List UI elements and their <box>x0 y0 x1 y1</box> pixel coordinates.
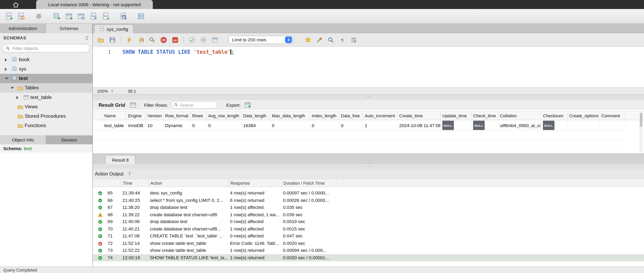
grid-cell-row_format[interactable]: Dynamic <box>164 120 190 130</box>
output-splitter[interactable]: ⋯ <box>93 164 644 169</box>
grid-cell-name[interactable]: test_table <box>103 120 126 130</box>
column-header-index_length[interactable]: Index_length <box>310 111 339 120</box>
favorites-icon[interactable] <box>303 35 312 44</box>
grid-cell-max_data_length[interactable]: 0 <box>270 120 310 130</box>
grid-cell-comment[interactable] <box>600 120 626 130</box>
autocommit-icon[interactable] <box>210 35 219 44</box>
expand-arrow-icon[interactable] <box>5 68 7 71</box>
grid-cell-create_time[interactable]: 2024-10-08 11:47:08 <box>398 120 441 130</box>
create-view-icon[interactable] <box>76 11 86 21</box>
column-header-data_length[interactable]: Data_length <box>242 111 270 120</box>
output-row-71[interactable]: 7111:47:08CREATE TABLE `test`.`test_tabl… <box>93 233 644 240</box>
tab-session[interactable]: Session <box>46 135 92 144</box>
grid-cell-avg_row_length[interactable]: 0 <box>206 120 241 130</box>
create-function-icon[interactable]: SQLfx <box>100 11 111 21</box>
tab-result-8[interactable]: Result 8 <box>105 155 136 165</box>
tree-item-book[interactable]: book <box>0 55 92 64</box>
sql-code-editor[interactable]: 1 SHOW TABLE STATUS LIKE 'test_table'; <box>93 47 644 87</box>
tab-administration[interactable]: Administration <box>0 24 46 33</box>
column-header-check_time[interactable]: Check_time <box>472 111 498 120</box>
expand-arrow-icon[interactable] <box>5 58 7 61</box>
rollback-icon[interactable] <box>199 35 208 44</box>
execute-current-statement-icon[interactable] <box>136 35 145 44</box>
tree-item-test[interactable]: test <box>0 74 92 83</box>
output-row-66[interactable]: 6621:40:25select * from sys_config LIMIT… <box>93 197 644 204</box>
create-table-icon[interactable] <box>63 11 74 21</box>
tree-item-views[interactable]: Views <box>0 102 92 111</box>
tree-item-functions[interactable]: Functions <box>0 121 92 130</box>
grid-cell-version[interactable]: 10 <box>146 120 164 130</box>
grid-cell-checksum[interactable]: NULL <box>541 120 568 130</box>
grid-cell-data_length[interactable]: 16384 <box>242 120 270 130</box>
output-row-69[interactable]: 6911:40:06drop database test0 row(s) aff… <box>93 218 644 226</box>
create-schema-icon[interactable] <box>51 11 62 21</box>
grid-cell-check_time[interactable]: NULL <box>472 120 498 130</box>
grid-cell-update_time[interactable]: NULL <box>441 120 472 130</box>
editor-splitter[interactable]: ⋯ <box>93 95 644 99</box>
column-header-row_format[interactable]: Row_format <box>164 111 190 120</box>
grid-cell-auto_increment[interactable]: 1 <box>363 120 398 130</box>
new-sql-tab-icon[interactable]: SQL <box>3 11 14 21</box>
column-header-engine[interactable]: Engine <box>126 111 146 120</box>
output-row-73[interactable]: 7311:52:22show create table test_table1 … <box>93 247 644 254</box>
filter-input[interactable] <box>12 45 86 52</box>
expand-arrow-icon[interactable] <box>16 96 18 99</box>
column-header-max_data_length[interactable]: Max_data_length <box>270 111 310 120</box>
result-search[interactable] <box>171 101 217 109</box>
action-output-stepper-icon[interactable] <box>127 171 133 177</box>
column-header-version[interactable]: Version <box>146 111 164 120</box>
output-row-68[interactable]: 6811:39:22create database test charset=u… <box>93 211 644 218</box>
grid-cell-engine[interactable]: InnoDB <box>126 120 146 130</box>
connection-tab[interactable]: Local instance 3306 - Warning - not supp… <box>36 0 153 9</box>
explain-icon[interactable] <box>148 35 156 44</box>
grid-cell-collation[interactable]: utf8mb4_0900_ai_ci <box>498 120 541 130</box>
column-header-create_options[interactable]: Create_options <box>568 111 600 120</box>
schema-filter[interactable] <box>2 44 90 52</box>
column-header-comment[interactable]: Comment <box>600 111 626 120</box>
grid-cell-create_options[interactable] <box>568 120 600 130</box>
reconnect-server-icon[interactable] <box>136 11 146 21</box>
result-grid-scrollbar[interactable] <box>640 112 642 153</box>
column-header-checksum[interactable]: Checksum <box>541 111 568 120</box>
zoom-stepper-icon[interactable] <box>110 88 115 93</box>
output-row-72[interactable]: 7211:52:14show create table test_tableEr… <box>93 240 644 247</box>
find-icon[interactable] <box>326 35 335 44</box>
panel-resize-icon[interactable] <box>84 35 90 41</box>
tree-item-test-table[interactable]: test_table <box>0 93 92 102</box>
scrollbar-thumb[interactable] <box>640 113 642 127</box>
tab-object-info[interactable]: Object Info <box>0 135 46 144</box>
column-header-data_free[interactable]: Data_free <box>339 111 363 120</box>
search-data-icon[interactable]: SQL <box>118 11 128 21</box>
tab-schemas[interactable]: Schemas <box>46 24 92 33</box>
tree-item-tables[interactable]: Tables <box>0 83 92 93</box>
stop-icon[interactable] <box>159 35 168 44</box>
result-grid-row[interactable]: test_tableInnoDB10Dynamic001638400012024… <box>93 120 644 130</box>
output-row-67[interactable]: 6711:38:20drop database test1 row(s) aff… <box>93 204 644 211</box>
home-icon[interactable] <box>12 1 20 8</box>
column-header-name[interactable]: Name <box>103 111 126 120</box>
sidebar-divider[interactable] <box>92 24 93 267</box>
output-column-duration-fetch-time[interactable]: Duration / Fetch Time <box>281 179 336 187</box>
column-header-auto_increment[interactable]: Auto_increment <box>363 111 398 120</box>
toggle-stop-on-error-icon[interactable]: SQL <box>170 35 180 44</box>
output-row-70[interactable]: 7011:40:21create database test charset=u… <box>93 226 644 233</box>
output-row-65[interactable]: 6521:39:44desc sys_config4 row(s) return… <box>93 190 644 197</box>
collapse-arrow-icon[interactable] <box>10 87 14 89</box>
save-script-icon[interactable] <box>108 35 117 44</box>
create-procedure-icon[interactable]: SQL <box>88 11 98 21</box>
beautify-icon[interactable] <box>314 35 324 44</box>
tab-sys-config[interactable]: SQL sys_config <box>94 24 134 33</box>
commit-icon[interactable] <box>187 35 196 44</box>
open-sql-script-icon[interactable]: SQL <box>16 11 26 21</box>
gear-icon[interactable] <box>33 11 44 21</box>
limit-rows-dropdown[interactable]: Limit to 200 rows <box>228 36 293 44</box>
column-header-collation[interactable]: Collation <box>498 111 541 120</box>
column-header-rows[interactable]: Rows <box>190 111 206 120</box>
output-column-time[interactable]: Time <box>121 179 148 187</box>
grid-cell-data_free[interactable]: 0 <box>339 120 363 130</box>
open-script-icon[interactable] <box>96 35 105 44</box>
output-row-74[interactable]: 7412:00:18SHOW TABLE STATUS LIKE 'test_t… <box>93 254 644 261</box>
tree-item-stored-procedures[interactable]: Stored Procedures <box>0 111 92 121</box>
column-header-update_time[interactable]: Update_time <box>441 111 472 120</box>
invisible-characters-icon[interactable]: ¶ <box>338 35 346 44</box>
